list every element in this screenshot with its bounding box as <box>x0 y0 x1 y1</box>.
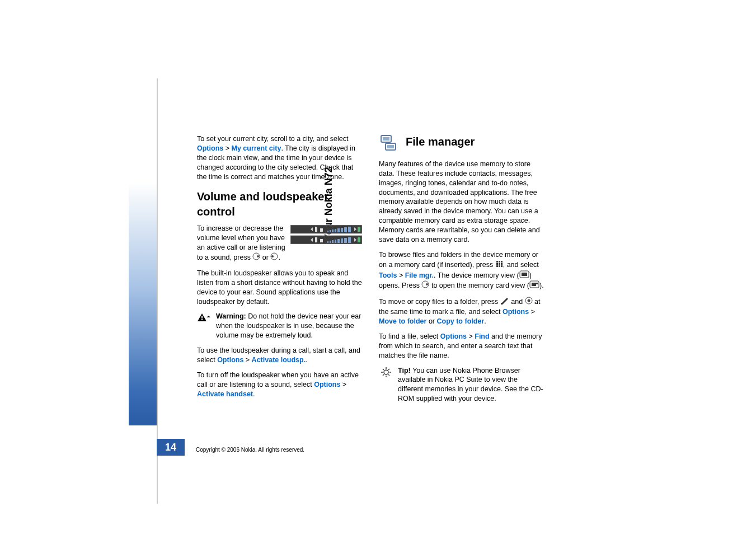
document-page: Your Nokia N72 To set your current city,… <box>157 78 716 504</box>
device-memory-icon <box>519 270 529 281</box>
copyright-text: Copyright © 2006 Nokia. All rights reser… <box>196 447 304 453</box>
link-activate-loudsp: Activate loudsp. <box>252 356 306 364</box>
paragraph-activate-loudspeaker: To use the loudspeaker during a call, st… <box>197 346 362 365</box>
link-tools: Tools <box>379 271 397 279</box>
svg-point-58 <box>527 299 530 302</box>
svg-rect-44 <box>501 261 503 263</box>
svg-marker-2 <box>315 227 317 232</box>
svg-rect-27 <box>358 237 360 242</box>
link-options: Options <box>440 332 467 340</box>
svg-point-59 <box>384 370 388 374</box>
svg-rect-5 <box>330 230 331 232</box>
svg-rect-11 <box>348 227 351 232</box>
svg-rect-24 <box>348 237 351 243</box>
heading-volume-loudspeaker: Volume and loudspeaker control <box>197 189 362 219</box>
warning-icon <box>197 312 212 340</box>
svg-rect-46 <box>496 265 498 267</box>
warning-label: Warning: <box>216 312 248 320</box>
svg-line-67 <box>388 369 389 370</box>
svg-rect-43 <box>499 263 500 265</box>
scroll-right-icon <box>252 252 260 263</box>
paragraph-set-city: To set your current city, scroll to a ci… <box>197 134 362 181</box>
svg-rect-7 <box>335 229 336 232</box>
svg-point-29 <box>257 255 259 257</box>
paragraph-activate-handset: To turn off the loudspeaker when you hav… <box>197 371 362 399</box>
scroll-center-icon <box>525 297 533 307</box>
link-activate-handset: Activate handset <box>197 390 253 398</box>
svg-rect-45 <box>501 263 503 265</box>
svg-point-31 <box>271 255 274 257</box>
tip-block: Tip! You can use Nokia Phone Browser ava… <box>379 366 544 404</box>
link-options: Options <box>197 144 223 152</box>
paragraph-browse-files: To browse files and folders in the devic… <box>379 250 544 292</box>
svg-rect-48 <box>501 265 503 267</box>
svg-rect-55 <box>536 283 538 284</box>
edit-key-icon <box>500 297 509 307</box>
svg-marker-35 <box>206 316 210 317</box>
link-my-current-city: My current city <box>231 144 281 152</box>
svg-rect-1 <box>290 236 362 244</box>
svg-rect-20 <box>335 240 336 243</box>
paragraph-loudspeaker-info: The built-in loudspeaker allows you to s… <box>197 269 362 307</box>
volume-bar-figure <box>290 225 362 247</box>
scroll-right-icon <box>421 280 429 291</box>
svg-rect-56 <box>501 303 503 305</box>
link-file-mgr: File mgr. <box>405 271 434 279</box>
svg-rect-33 <box>201 316 203 318</box>
svg-rect-21 <box>337 239 340 243</box>
svg-rect-41 <box>499 261 500 263</box>
svg-rect-10 <box>344 227 347 232</box>
warning-block: Warning: Do not hold the device near you… <box>197 312 362 340</box>
svg-rect-0 <box>290 225 362 233</box>
file-manager-app-icon <box>379 134 398 155</box>
link-options: Options <box>503 308 529 316</box>
side-gradient <box>129 78 157 425</box>
svg-rect-50 <box>522 273 527 276</box>
tip-text: You can use Nokia Phone Browser availabl… <box>398 367 543 403</box>
main-content: To set your current city, scroll to a ci… <box>197 134 544 409</box>
link-options: Options <box>217 356 243 364</box>
right-column: File manager Many features of the device… <box>379 134 544 409</box>
paragraph-find-file: To find a file, select Options > Find an… <box>379 332 544 360</box>
svg-rect-22 <box>341 238 343 243</box>
svg-rect-9 <box>341 228 343 232</box>
svg-line-65 <box>388 374 389 376</box>
svg-rect-40 <box>496 261 498 263</box>
svg-rect-4 <box>327 231 328 232</box>
svg-rect-42 <box>496 263 498 265</box>
svg-rect-16 <box>320 239 323 242</box>
link-find: Find <box>475 332 489 340</box>
svg-rect-14 <box>358 227 360 232</box>
svg-line-64 <box>383 369 384 370</box>
memory-card-icon <box>529 280 539 291</box>
menu-key-icon <box>495 260 503 270</box>
svg-rect-17 <box>327 241 328 243</box>
svg-rect-39 <box>387 145 394 148</box>
left-column: To set your current city, scroll to a ci… <box>197 134 362 409</box>
svg-marker-15 <box>315 237 317 242</box>
link-copy-to-folder: Copy to folder <box>436 317 484 325</box>
svg-rect-18 <box>330 241 331 243</box>
svg-rect-38 <box>383 137 389 140</box>
link-options: Options <box>314 381 340 388</box>
svg-line-66 <box>383 374 384 376</box>
paragraph-memory-info: Many features of the device use memory t… <box>379 160 544 245</box>
svg-rect-47 <box>499 265 500 267</box>
link-move-to-folder: Move to folder <box>379 317 426 325</box>
tip-icon <box>379 366 393 404</box>
svg-rect-8 <box>337 228 340 232</box>
scroll-left-icon <box>270 252 278 263</box>
svg-rect-34 <box>201 319 203 320</box>
svg-rect-6 <box>332 229 334 232</box>
svg-rect-19 <box>332 240 334 243</box>
svg-point-52 <box>426 283 428 285</box>
page-number: 14 <box>157 439 185 456</box>
paragraph-move-copy: To move or copy files to a folder, press… <box>379 297 544 326</box>
svg-rect-23 <box>344 238 347 243</box>
svg-rect-3 <box>320 228 323 232</box>
heading-file-manager: File manager <box>406 134 475 149</box>
tip-label: Tip! <box>398 367 412 374</box>
svg-rect-54 <box>532 283 536 286</box>
